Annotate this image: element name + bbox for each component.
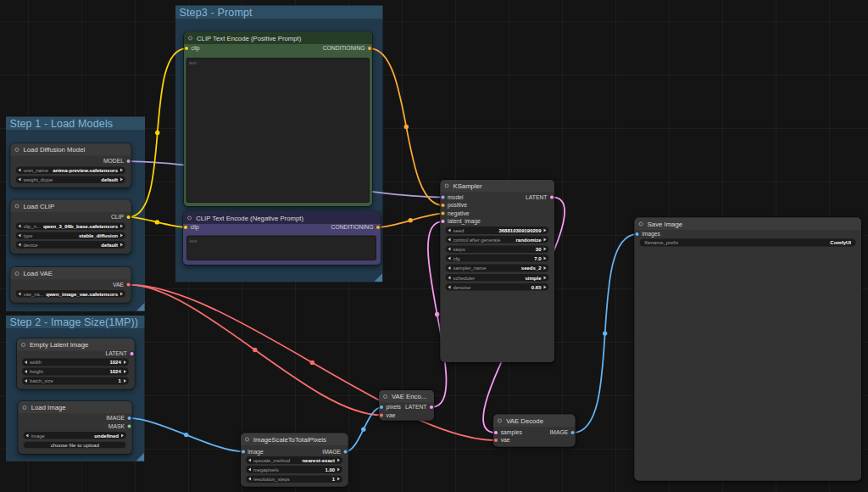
link-midpoint-dot-icon bbox=[435, 312, 439, 316]
link-midpoint-dot-icon bbox=[253, 348, 257, 352]
link-midpoint-dot-icon bbox=[310, 361, 314, 365]
link-midpoint-dot-icon bbox=[184, 433, 188, 437]
link-layer bbox=[0, 0, 868, 492]
graph-canvas[interactable]: Step 1 - Load ModelsStep 2 - Image Size(… bbox=[0, 0, 868, 492]
link-midpoint-dot-icon bbox=[409, 218, 413, 222]
link-midpoint-dot-icon bbox=[521, 313, 526, 317]
link-midpoint-dot-icon bbox=[155, 131, 159, 135]
link-midpoint-dot-icon bbox=[603, 331, 607, 335]
link-midpoint-dot-icon bbox=[283, 177, 287, 182]
app-window: Step 1 - Load ModelsStep 2 - Image Size(… bbox=[0, 0, 868, 492]
link-midpoint-dot-icon bbox=[361, 427, 365, 431]
link-midpoint-dot-icon bbox=[155, 220, 159, 224]
link-midpoint-dot-icon bbox=[404, 125, 409, 129]
